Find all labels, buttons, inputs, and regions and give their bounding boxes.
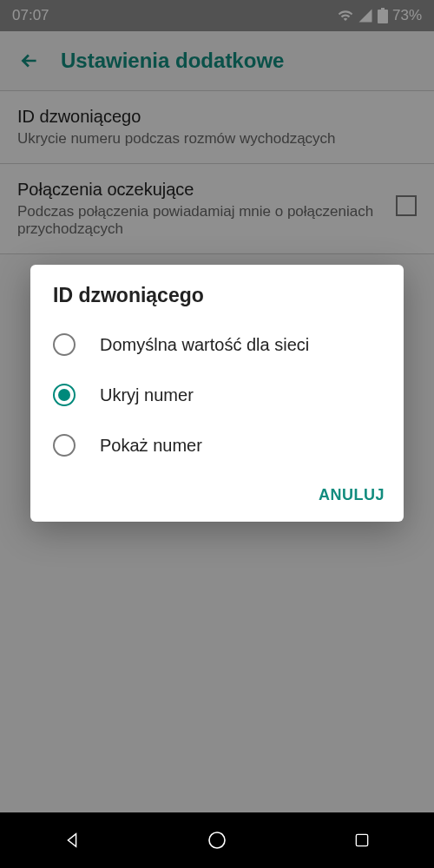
circle-home-icon bbox=[207, 830, 227, 851]
triangle-back-icon bbox=[62, 831, 82, 850]
nav-recent-button[interactable] bbox=[351, 829, 373, 852]
dialog-title: ID dzwoniącego bbox=[30, 284, 404, 319]
square-recent-icon bbox=[353, 832, 371, 849]
radio-label: Ukryj numer bbox=[100, 385, 194, 405]
radio-icon bbox=[53, 434, 76, 457]
nav-home-button[interactable] bbox=[206, 829, 228, 852]
radio-option-default[interactable]: Domyślna wartość dla sieci bbox=[30, 319, 404, 370]
cancel-button[interactable]: ANULUJ bbox=[319, 486, 385, 504]
radio-label: Domyślna wartość dla sieci bbox=[100, 335, 309, 355]
svg-rect-3 bbox=[356, 834, 367, 845]
radio-option-hide[interactable]: Ukryj numer bbox=[30, 370, 404, 420]
radio-option-show[interactable]: Pokaż numer bbox=[30, 420, 404, 470]
dialog-actions: ANULUJ bbox=[30, 470, 404, 513]
radio-icon bbox=[53, 333, 76, 356]
svg-point-2 bbox=[209, 832, 225, 848]
caller-id-dialog: ID dzwoniącego Domyślna wartość dla siec… bbox=[30, 265, 404, 522]
radio-icon-selected bbox=[53, 384, 76, 406]
radio-label: Pokaż numer bbox=[100, 436, 202, 456]
nav-back-button[interactable] bbox=[61, 829, 83, 852]
navigation-bar bbox=[0, 812, 434, 868]
